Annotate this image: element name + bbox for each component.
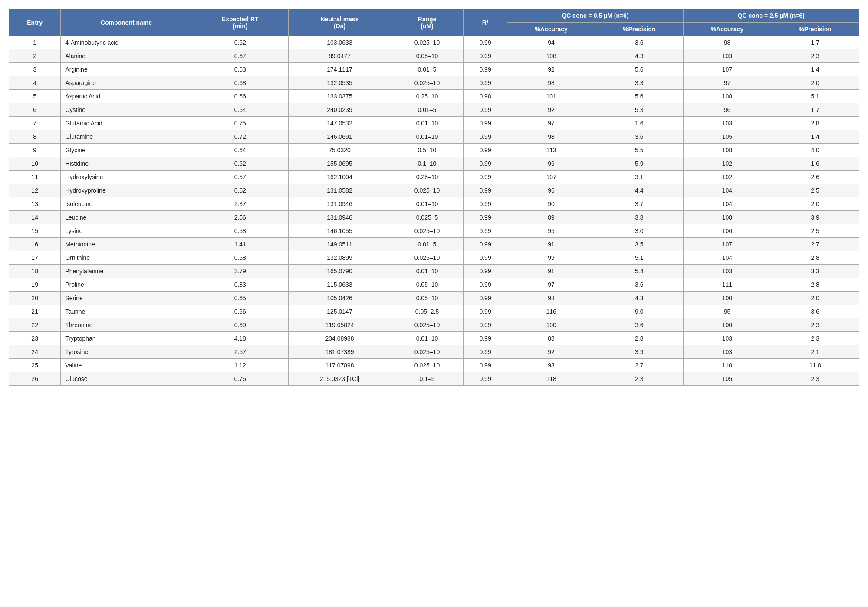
- cell-acc05: 92: [507, 345, 595, 359]
- cell-range: 0.05–2.5: [391, 305, 464, 318]
- cell-name: Arginine: [61, 63, 192, 76]
- cell-r2: 0.99: [463, 76, 507, 90]
- cell-entry: 18: [9, 265, 61, 278]
- cell-prec05: 3.9: [595, 345, 683, 359]
- cell-acc25: 105: [683, 130, 771, 144]
- cell-range: 0.5–10: [391, 144, 464, 157]
- cell-entry: 8: [9, 130, 61, 144]
- cell-acc05: 94: [507, 36, 595, 49]
- cell-acc05: 98: [507, 292, 595, 305]
- cell-r2: 0.99: [463, 318, 507, 332]
- header-range: Range(uM): [391, 9, 464, 36]
- table-row: 1 4-Aminobutyric acid 0.62 103.0633 0.02…: [9, 36, 859, 49]
- cell-mass: 132.0899: [288, 251, 391, 265]
- cell-prec25: 4.0: [771, 144, 859, 157]
- cell-entry: 1: [9, 36, 61, 49]
- cell-acc25: 107: [683, 238, 771, 251]
- cell-mass: 119.05824: [288, 318, 391, 332]
- cell-prec05: 3.1: [595, 171, 683, 184]
- cell-name: Taurine: [61, 305, 192, 318]
- cell-prec25: 2.8: [771, 278, 859, 292]
- cell-acc25: 100: [683, 292, 771, 305]
- cell-prec05: 3.6: [595, 278, 683, 292]
- main-table-container: Entry Component name Expected RT(min) Ne…: [9, 9, 859, 386]
- cell-acc05: 89: [507, 211, 595, 224]
- table-row: 7 Glutamic Acid 0.75 147.0532 0.01–10 0.…: [9, 117, 859, 130]
- cell-acc25: 108: [683, 211, 771, 224]
- cell-acc25: 96: [683, 103, 771, 117]
- cell-mass: 131.0946: [288, 197, 391, 211]
- cell-acc05: 90: [507, 197, 595, 211]
- cell-r2: 0.99: [463, 144, 507, 157]
- table-row: 16 Methionine 1.41 149.0511 0.01–5 0.99 …: [9, 238, 859, 251]
- cell-r2: 0.99: [463, 63, 507, 76]
- cell-acc25: 103: [683, 265, 771, 278]
- cell-name: Asparagine: [61, 76, 192, 90]
- cell-r2: 0.99: [463, 36, 507, 49]
- cell-rt: 0.69: [192, 318, 288, 332]
- cell-entry: 4: [9, 76, 61, 90]
- data-table: Entry Component name Expected RT(min) Ne…: [9, 9, 859, 386]
- cell-prec25: 5.1: [771, 90, 859, 103]
- cell-prec25: 2.3: [771, 49, 859, 63]
- table-row: 11 Hydroxylysine 0.57 162.1004 0.25–10 0…: [9, 171, 859, 184]
- cell-name: 4-Aminobutyric acid: [61, 36, 192, 49]
- table-row: 19 Proline 0.83 115.0633 0.05–10 0.99 97…: [9, 278, 859, 292]
- cell-prec05: 1.6: [595, 117, 683, 130]
- cell-rt: 0.66: [192, 305, 288, 318]
- cell-prec25: 2.0: [771, 197, 859, 211]
- cell-prec05: 5.4: [595, 265, 683, 278]
- cell-mass: 133.0375: [288, 90, 391, 103]
- cell-acc25: 110: [683, 359, 771, 372]
- cell-name: Phenylalanine: [61, 265, 192, 278]
- cell-range: 0.025–10: [391, 345, 464, 359]
- cell-range: 0.01–10: [391, 197, 464, 211]
- cell-range: 0.01–5: [391, 238, 464, 251]
- cell-prec25: 1.7: [771, 103, 859, 117]
- cell-range: 0.1–5: [391, 372, 464, 386]
- table-row: 2 Alanine 0.67 89.0477 0.05–10 0.99 108 …: [9, 49, 859, 63]
- cell-acc25: 106: [683, 224, 771, 238]
- cell-rt: 0.65: [192, 292, 288, 305]
- cell-acc25: 111: [683, 278, 771, 292]
- cell-mass: 146.1055: [288, 224, 391, 238]
- cell-r2: 0.99: [463, 49, 507, 63]
- cell-prec25: 2.8: [771, 117, 859, 130]
- cell-rt: 0.75: [192, 117, 288, 130]
- cell-rt: 0.62: [192, 184, 288, 197]
- header-prec05: %Precision: [595, 23, 683, 36]
- table-row: 9 Glycine 0.64 75.0320 0.5–10 0.99 113 5…: [9, 144, 859, 157]
- cell-prec05: 3.3: [595, 76, 683, 90]
- cell-r2: 0.99: [463, 278, 507, 292]
- cell-rt: 3.79: [192, 265, 288, 278]
- cell-r2: 0.99: [463, 251, 507, 265]
- cell-entry: 13: [9, 197, 61, 211]
- cell-rt: 0.76: [192, 372, 288, 386]
- cell-r2: 0.99: [463, 224, 507, 238]
- cell-entry: 26: [9, 372, 61, 386]
- cell-acc05: 88: [507, 332, 595, 345]
- cell-prec25: 2.3: [771, 332, 859, 345]
- cell-rt: 0.64: [192, 103, 288, 117]
- cell-name: Hydroxylysine: [61, 171, 192, 184]
- cell-range: 0.025–10: [391, 251, 464, 265]
- table-row: 6 Cystine 0.64 240.0239 0.01–5 0.99 92 5…: [9, 103, 859, 117]
- cell-acc25: 107: [683, 63, 771, 76]
- cell-mass: 115.0633: [288, 278, 391, 292]
- cell-acc05: 100: [507, 318, 595, 332]
- cell-name: Glutamine: [61, 130, 192, 144]
- cell-mass: 162.1004: [288, 171, 391, 184]
- cell-acc25: 103: [683, 345, 771, 359]
- table-row: 10 Histidine 0.62 155.0695 0.1–10 0.99 9…: [9, 157, 859, 171]
- cell-name: Lysine: [61, 224, 192, 238]
- cell-prec05: 3.6: [595, 318, 683, 332]
- cell-mass: 75.0320: [288, 144, 391, 157]
- cell-range: 0.05–10: [391, 292, 464, 305]
- cell-range: 0.01–10: [391, 332, 464, 345]
- table-row: 5 Aspartic Acid 0.66 133.0375 0.25–10 0.…: [9, 90, 859, 103]
- cell-entry: 16: [9, 238, 61, 251]
- table-row: 8 Glutamine 0.72 146.0691 0.01–10 0.99 9…: [9, 130, 859, 144]
- cell-entry: 25: [9, 359, 61, 372]
- cell-acc25: 102: [683, 157, 771, 171]
- cell-mass: 132.0535: [288, 76, 391, 90]
